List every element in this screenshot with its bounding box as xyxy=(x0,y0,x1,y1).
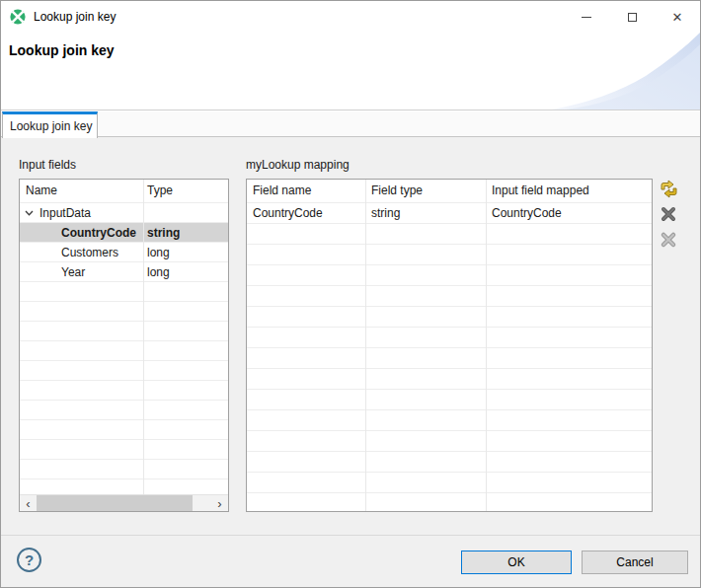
empty-row xyxy=(20,302,228,322)
column-divider xyxy=(143,180,144,494)
mapping-table: Field name Field type Input field mapped… xyxy=(246,179,653,512)
field-type: string xyxy=(143,223,228,242)
input-field-row[interactable]: Yearlong xyxy=(20,262,228,282)
mapping-row[interactable]: CountryCodestringCountryCode xyxy=(247,203,652,224)
column-header-input-field-mapped[interactable]: Input field mapped xyxy=(486,180,652,202)
empty-row xyxy=(20,440,228,460)
banner-decoration xyxy=(552,33,700,110)
empty-row xyxy=(247,224,652,245)
empty-row xyxy=(247,410,652,431)
column-header-type[interactable]: Type xyxy=(143,180,228,202)
dialog-window: Lookup join key ✕ Lookup join key Lookup… xyxy=(0,0,701,588)
help-button[interactable]: ? xyxy=(17,548,41,572)
empty-row xyxy=(247,473,652,493)
empty-row xyxy=(247,307,652,328)
empty-row xyxy=(247,328,652,348)
delete-icon xyxy=(661,206,676,222)
delete-all-mappings-button[interactable] xyxy=(658,230,679,250)
scroll-right-button[interactable]: › xyxy=(211,495,228,511)
empty-row xyxy=(20,401,228,420)
horizontal-scrollbar: ‹ › xyxy=(20,494,228,511)
input-field-row[interactable]: Customerslong xyxy=(20,243,228,262)
empty-row xyxy=(247,493,652,512)
empty-row xyxy=(20,381,228,401)
page-title: Lookup join key xyxy=(9,42,115,58)
empty-row xyxy=(247,390,652,410)
input-fields-label: Input fields xyxy=(19,158,76,172)
title-bar: Lookup join key ✕ xyxy=(1,1,700,33)
column-header-name[interactable]: Name xyxy=(20,180,143,202)
column-header-field-name[interactable]: Field name xyxy=(247,180,365,202)
empty-row xyxy=(20,322,228,341)
delete-mapping-button[interactable] xyxy=(658,204,679,224)
tab-label: Lookup join key xyxy=(10,119,92,133)
field-type: long xyxy=(143,262,228,281)
empty-row xyxy=(247,431,652,452)
input-field-row[interactable]: CountryCodestring xyxy=(20,223,228,243)
ok-button[interactable]: OK xyxy=(461,551,572,574)
field-name: InputData xyxy=(39,206,91,220)
field-name: Year xyxy=(61,265,85,279)
auto-map-button[interactable] xyxy=(658,179,679,198)
empty-row xyxy=(20,341,228,361)
minimize-button[interactable] xyxy=(564,1,609,33)
button-bar: ? OK Cancel xyxy=(1,535,700,588)
clover-logo-icon xyxy=(10,9,26,25)
field-type: long xyxy=(143,243,228,261)
empty-row xyxy=(20,420,228,440)
window-title: Lookup join key xyxy=(34,10,116,24)
scroll-left-button[interactable]: ‹ xyxy=(20,495,37,511)
empty-row xyxy=(247,452,652,473)
empty-row xyxy=(247,265,652,286)
column-divider xyxy=(486,180,487,511)
cancel-button[interactable]: Cancel xyxy=(582,551,688,574)
input-field-row[interactable]: InputData xyxy=(20,203,228,223)
close-icon: ✕ xyxy=(672,11,683,24)
mapping-toolbar xyxy=(658,179,683,250)
tab-bar: Lookup join key xyxy=(1,111,700,137)
input-fields-rows: InputDataCountryCodestringCustomerslongY… xyxy=(20,203,228,512)
mapping-rows: CountryCodestringCountryCode xyxy=(247,203,652,512)
delete-all-icon xyxy=(660,231,677,249)
input-fields-table: Name Type InputDataCountryCodestringCust… xyxy=(19,179,229,512)
close-button[interactable]: ✕ xyxy=(655,1,700,33)
field-type xyxy=(143,203,228,222)
empty-row xyxy=(247,348,652,369)
tree-expander-icon[interactable] xyxy=(25,210,34,216)
maximize-button[interactable] xyxy=(609,1,655,33)
field-name: CountryCode xyxy=(61,226,136,240)
scrollbar-thumb[interactable] xyxy=(37,495,193,511)
dialog-header: Lookup join key xyxy=(1,33,700,110)
tab-lookup-join-key[interactable]: Lookup join key xyxy=(2,111,98,138)
empty-row xyxy=(247,286,652,307)
mapping-header: Field name Field type Input field mapped xyxy=(247,180,652,203)
help-icon: ? xyxy=(25,551,34,568)
mapping-label: myLookup mapping xyxy=(246,158,350,172)
empty-row xyxy=(20,282,228,302)
auto-map-icon xyxy=(660,180,678,198)
empty-row xyxy=(247,245,652,265)
mapping-field-type: string xyxy=(365,203,486,223)
field-name: Customers xyxy=(61,246,118,259)
mapping-field-name: CountryCode xyxy=(247,203,365,223)
minimize-icon xyxy=(582,17,591,18)
input-fields-header: Name Type xyxy=(20,180,228,203)
empty-row xyxy=(20,361,228,381)
dialog-content: Input fields myLookup mapping Name Type … xyxy=(1,137,700,535)
mapping-input-field: CountryCode xyxy=(486,203,652,223)
column-divider xyxy=(365,180,366,511)
maximize-icon xyxy=(628,13,637,22)
empty-row xyxy=(247,369,652,390)
empty-row xyxy=(20,460,228,479)
column-header-field-type[interactable]: Field type xyxy=(365,180,486,202)
